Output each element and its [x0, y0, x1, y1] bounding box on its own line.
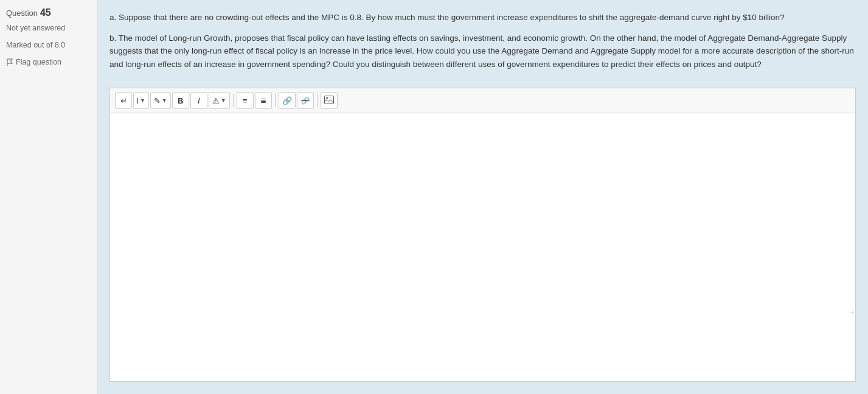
italic-icon: I: [198, 96, 200, 105]
flag-label: Flag question: [16, 58, 61, 66]
question-label-area: Question 45: [6, 7, 91, 18]
question-number: 45: [40, 7, 51, 18]
link-icon: 🔗: [282, 96, 292, 105]
marked-out-status: Marked out of 8.0: [6, 40, 91, 51]
flag-question-button[interactable]: Flag question: [6, 58, 91, 66]
image-icon: [324, 96, 334, 106]
info-icon: i: [137, 96, 139, 105]
editor-container: ↵ i ▼ ✎ ▼ B I ⚠ ▼ ≡: [109, 88, 856, 382]
part-a-text: a. Suppose that there are no crowding-ou…: [109, 11, 856, 24]
editor-wrapper: ⌟: [110, 113, 855, 314]
question-text: a. Suppose that there are no crowding-ou…: [109, 11, 856, 78]
editor-toolbar: ↵ i ▼ ✎ ▼ B I ⚠ ▼ ≡: [110, 88, 855, 113]
svg-point-1: [326, 97, 328, 99]
flag-icon: [6, 58, 13, 66]
ordered-list-icon: ≣: [260, 96, 266, 105]
pencil-dropdown-button[interactable]: ✎ ▼: [150, 92, 171, 109]
special-dropdown-button[interactable]: ⚠ ▼: [209, 92, 230, 109]
svg-rect-0: [324, 96, 333, 104]
part-b-text: b. The model of Long-run Growth, propose…: [109, 32, 856, 71]
italic-button[interactable]: I: [190, 92, 207, 109]
unlink-icon: 🔗: [301, 97, 310, 105]
toolbar-divider-2: [275, 94, 276, 107]
unordered-list-button[interactable]: ≡: [237, 92, 254, 109]
unlink-button[interactable]: 🔗: [297, 92, 314, 109]
info-dropdown-button[interactable]: i ▼: [133, 92, 149, 109]
toolbar-divider-3: [317, 94, 318, 107]
bold-icon: B: [178, 96, 183, 105]
chevron-down-icon: ▼: [140, 97, 145, 104]
special-icon: ⚠: [212, 96, 220, 105]
image-button[interactable]: [321, 92, 338, 109]
link-button[interactable]: 🔗: [279, 92, 296, 109]
chevron-down-icon-2: ▼: [162, 97, 167, 104]
bold-button[interactable]: B: [172, 92, 189, 109]
undo-icon: ↵: [120, 96, 127, 105]
answer-input[interactable]: [110, 113, 855, 314]
main-content: a. Suppose that there are no crowding-ou…: [97, 0, 868, 394]
pencil-icon: ✎: [154, 96, 161, 105]
ordered-list-button[interactable]: ≣: [255, 92, 272, 109]
unordered-list-icon: ≡: [243, 96, 248, 105]
question-label: Question: [6, 9, 38, 18]
resize-handle[interactable]: ⌟: [847, 306, 855, 314]
undo-button[interactable]: ↵: [115, 92, 132, 109]
sidebar: Question 45 Not yet answered Marked out …: [0, 0, 97, 394]
toolbar-divider-1: [233, 94, 234, 107]
not-answered-status: Not yet answered: [6, 23, 91, 34]
chevron-down-icon-3: ▼: [221, 97, 226, 104]
